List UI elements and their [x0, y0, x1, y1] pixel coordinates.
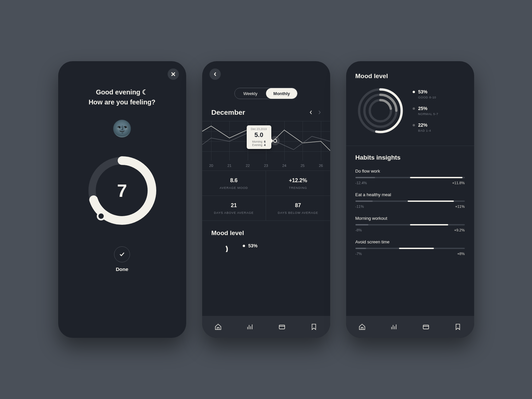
bookmark-icon [454, 323, 462, 331]
close-button[interactable] [168, 68, 179, 80]
period-segmented-control: Weekly Monthly [234, 88, 298, 99]
segment-monthly[interactable]: Monthly [266, 88, 297, 99]
home-icon [358, 323, 366, 331]
chart-marker [273, 139, 277, 143]
done-button[interactable] [114, 246, 130, 262]
habit-pos: +11.8% [452, 181, 465, 185]
stat-cell: 87DAYS BELOW AVERAGE [266, 196, 330, 221]
card-icon [422, 323, 430, 331]
chevron-left-icon [214, 72, 216, 76]
stat-value: 8.6 [205, 178, 263, 184]
mood-level-legend: 53%GOOD 8-1025%NORMAL 5-722%BAD 1-4 [413, 89, 439, 132]
x-tick: 26 [312, 161, 330, 171]
svg-rect-10 [423, 325, 429, 329]
mood-dial-value: 7 [85, 154, 159, 227]
month-next-button[interactable] [318, 110, 321, 114]
stats-grid: 8.6AVERAGE MOOD+12.2%TRENDING21DAYS ABOV… [202, 171, 330, 221]
back-button[interactable] [209, 68, 221, 80]
legend-row: 53%GOOD 8-10 [413, 89, 439, 99]
legend-dot-icon [413, 107, 415, 110]
legend-row: 25%NORMAL 5-7 [413, 106, 439, 116]
bars-icon [246, 323, 254, 331]
mood-dial-knob[interactable] [97, 212, 105, 220]
stat-label: DAYS ABOVE AVERAGE [205, 211, 263, 214]
card-icon [278, 323, 286, 331]
tab-bar [346, 316, 474, 338]
habit-bar [355, 177, 465, 178]
habit-pos: +8% [457, 252, 465, 256]
legend-pct: 22% [418, 122, 431, 128]
divider [346, 146, 474, 146]
x-tick: 22 [239, 161, 257, 171]
legend-pct: 25% [418, 106, 439, 111]
screen-trends: Weekly Monthly December Dec 23,2019 5.0 … [202, 61, 330, 338]
legend-sub: GOOD 8-10 [418, 96, 436, 99]
svg-rect-3 [279, 325, 285, 329]
month-prev-button[interactable] [310, 110, 312, 114]
svg-point-2 [215, 242, 229, 252]
habit-bar [355, 200, 465, 202]
habit-row: Eat a healthy meal-11%+11% [355, 192, 465, 208]
tab-home[interactable] [358, 323, 366, 331]
close-icon [171, 72, 176, 76]
screen-mood-entry: Good evening ☾ How are you feeling? 🌚 7 … [58, 61, 186, 338]
habit-neg: -7% [355, 252, 362, 256]
mood-level-preview: 53% [202, 239, 330, 252]
habits-insights-title: Habits insights [355, 154, 465, 161]
x-tick: 25 [294, 161, 312, 171]
month-title: December [211, 108, 245, 116]
x-tick: 21 [220, 161, 239, 171]
x-tick: 20 [202, 161, 220, 171]
habit-name: Eat a healthy meal [355, 192, 465, 197]
habit-name: Morning workout [355, 216, 465, 221]
stat-cell: 21DAYS ABOVE AVERAGE [202, 196, 266, 221]
stat-cell: 8.6AVERAGE MOOD [202, 171, 266, 196]
habit-bar [355, 224, 465, 225]
habit-row: Do flow work-12.4%+11.8% [355, 169, 465, 185]
moon-icon: 🌚 [58, 119, 186, 138]
stat-cell: +12.2%TRENDING [266, 171, 330, 196]
tab-bookmarks[interactable] [310, 323, 318, 331]
habit-neg: -8% [355, 228, 362, 232]
legend-sub: NORMAL 5-7 [418, 112, 439, 116]
stat-label: DAYS BELOW AVERAGE [269, 211, 327, 214]
habit-neg: -11% [355, 204, 364, 208]
tab-stats[interactable] [246, 323, 254, 331]
habit-row: Avoid screen time-7%+8% [355, 239, 465, 256]
habit-name: Do flow work [355, 169, 465, 174]
legend-dot-icon [413, 124, 415, 126]
tab-home[interactable] [214, 323, 222, 331]
greeting: Good evening ☾ How are you feeling? [58, 87, 186, 107]
mood-level-title: Mood level [202, 221, 330, 239]
greeting-line-1: Good evening ☾ [58, 87, 186, 97]
tooltip-value: 5.0 [248, 131, 270, 139]
chart-x-axis: 20212223242526 [202, 161, 330, 171]
tab-stats[interactable] [390, 323, 398, 331]
stat-value: +12.2% [269, 178, 327, 184]
legend-sub: BAD 1-4 [418, 129, 431, 132]
tab-bookmarks[interactable] [454, 323, 462, 331]
home-icon [214, 323, 222, 331]
habit-pos: +9.2% [454, 228, 465, 232]
habit-pos: +11% [455, 204, 465, 208]
chart-tooltip: Dec 23,2019 5.0 Morning6 Evening4 [247, 125, 271, 149]
check-icon [119, 251, 125, 257]
habit-bar [355, 248, 465, 249]
tab-bar [202, 316, 330, 338]
done-label: Done [58, 266, 186, 272]
legend-dot-icon [413, 91, 415, 93]
mood-level-title: Mood level [355, 72, 465, 80]
stat-value: 21 [205, 202, 263, 208]
stat-label: AVERAGE MOOD [205, 186, 263, 190]
bookmark-icon [310, 323, 318, 331]
habit-row: Morning workout-8%+9.2% [355, 216, 465, 232]
tab-cards[interactable] [278, 323, 286, 331]
mood-dial[interactable]: 7 [85, 154, 159, 227]
greeting-line-2: How are you feeling? [58, 97, 186, 107]
stat-value: 87 [269, 202, 327, 208]
mood-level-rings: 53%GOOD 8-1025%NORMAL 5-722%BAD 1-4 [355, 86, 465, 136]
segment-weekly[interactable]: Weekly [235, 88, 266, 99]
tab-cards[interactable] [422, 323, 430, 331]
x-tick: 23 [257, 161, 275, 171]
mood-line-chart[interactable]: Dec 23,2019 5.0 Morning6 Evening4 202122… [202, 121, 330, 171]
